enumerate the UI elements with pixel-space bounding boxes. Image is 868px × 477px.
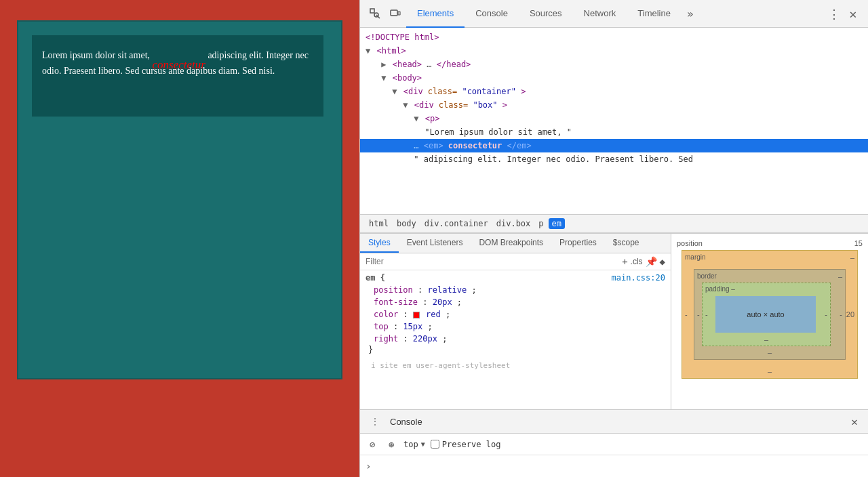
- tab-sources[interactable]: Sources: [519, 0, 573, 28]
- console-chevron-icon: ▼: [421, 440, 425, 448]
- breadcrumb-p[interactable]: p: [535, 218, 547, 229]
- color-swatch-red[interactable]: [413, 312, 420, 318]
- css-prop-right: right : 220px ;: [366, 333, 665, 345]
- devtools-close-button[interactable]: ✕: [844, 4, 863, 23]
- tab-properties[interactable]: Properties: [551, 234, 605, 253]
- box-model-diagram: margin – - 220 – border – - - –: [682, 250, 858, 379]
- tab-event-listeners[interactable]: Event Listeners: [399, 234, 471, 253]
- console-preserve-log-checkbox[interactable]: Preserve log: [431, 440, 501, 449]
- tab-scope[interactable]: $scope: [605, 234, 648, 253]
- devtools-menu-button[interactable]: ⋮: [825, 4, 844, 23]
- webpage-box: Lorem ipsum dolor sit amet, consectetur …: [32, 35, 323, 117]
- dom-line-html[interactable]: ▼ <html>: [360, 44, 868, 58]
- box-model-header: position 15: [677, 239, 863, 247]
- dom-line-text2[interactable]: " adipiscing elit. Integer nec odio. Pra…: [360, 152, 868, 166]
- console-filter-button[interactable]: ⊛: [384, 438, 398, 451]
- bm-padding-dash-right: -: [825, 310, 827, 318]
- tab-elements[interactable]: Elements: [406, 0, 465, 28]
- breadcrumb: html body div.container div.box p em: [360, 214, 868, 233]
- bm-padding-dash-bottom: –: [764, 335, 768, 344]
- more-tabs-button[interactable]: »: [682, 7, 699, 20]
- tab-network[interactable]: Network: [573, 0, 627, 28]
- dom-line-doctype[interactable]: <!DOCTYPE html>: [360, 30, 868, 44]
- bm-content-text: auto × auto: [747, 310, 784, 318]
- bm-border-label: border: [697, 272, 717, 280]
- console-top-selector[interactable]: top ▼: [403, 440, 425, 449]
- css-selector: em {: [366, 273, 385, 283]
- force-state-icon[interactable]: ◆: [660, 256, 665, 267]
- preserve-log-input[interactable]: [431, 440, 439, 449]
- bm-margin-dash-bottom: –: [768, 367, 772, 375]
- cls-button[interactable]: .cls: [631, 257, 643, 266]
- dom-line-head[interactable]: ▶ <head> … </head>: [360, 58, 868, 71]
- svg-rect-0: [370, 9, 374, 13]
- elements-panel: <!DOCTYPE html> ▼ <html> ▶ <head> … </he…: [360, 28, 868, 409]
- triangle-body[interactable]: ▼: [381, 73, 386, 83]
- inspect-element-button[interactable]: [366, 4, 384, 23]
- triangle-container[interactable]: ▼: [392, 87, 397, 96]
- console-cancel-button[interactable]: ⊘: [366, 438, 379, 451]
- dom-line-text1[interactable]: "Lorem ipsum dolor sit amet, ": [360, 125, 868, 139]
- console-tab[interactable]: Console: [390, 417, 422, 427]
- console-toolbar: ⋮ Console ✕: [360, 410, 868, 434]
- css-prop-font-size: font-size : 20px ;: [366, 296, 665, 308]
- triangle-html[interactable]: ▼: [366, 46, 370, 56]
- css-prop-top: top : 15px ;: [366, 320, 665, 333]
- bm-content-layer: auto × auto: [715, 296, 816, 333]
- tab-console[interactable]: Console: [465, 0, 519, 28]
- dom-line-body[interactable]: ▼ <body>: [360, 71, 868, 85]
- css-source-link[interactable]: main.css:20: [612, 273, 665, 283]
- css-rule-header: em { main.css:20: [366, 273, 665, 283]
- css-prop-color: color : red ;: [366, 308, 665, 320]
- devtools-tabs: Elements Console Sources Network Timelin…: [406, 0, 699, 28]
- style-left-panel: Styles Event Listeners DOM Breakpoints P…: [360, 234, 671, 409]
- bm-border-dash-bottom: –: [768, 348, 772, 356]
- css-prop-position: position : relative ;: [366, 284, 665, 296]
- devtools-panel: Elements Console Sources Network Timelin…: [359, 0, 868, 477]
- style-tabs: Styles Event Listeners DOM Breakpoints P…: [360, 234, 671, 253]
- webpage-text-before-em: Lorem ipsum dolor sit amet,: [42, 50, 150, 60]
- dom-line-box[interactable]: ▼ <div class= "box" >: [360, 98, 868, 112]
- webpage-em: consectetur: [153, 58, 205, 71]
- console-close-button[interactable]: ✕: [846, 413, 863, 430]
- breadcrumb-div-box[interactable]: div.box: [493, 218, 534, 229]
- console-panel: ⋮ Console ✕ ⊘ ⊛ top ▼ Preserve log ›: [360, 409, 868, 477]
- triangle-p[interactable]: ▼: [414, 114, 418, 123]
- css-close-brace: }: [366, 345, 665, 354]
- webpage-preview: Lorem ipsum dolor sit amet, consectetur …: [0, 0, 359, 477]
- breadcrumb-body[interactable]: body: [393, 218, 420, 229]
- tab-dom-breakpoints[interactable]: DOM Breakpoints: [471, 234, 551, 253]
- add-style-icon[interactable]: +: [622, 256, 627, 267]
- box-model-panel: position 15 margin – - 220 –: [671, 234, 868, 409]
- bm-padding-dash-left: -: [705, 310, 708, 318]
- style-filter-input[interactable]: [366, 257, 619, 266]
- tab-styles[interactable]: Styles: [360, 234, 399, 253]
- breadcrumb-em[interactable]: em: [549, 218, 565, 229]
- tab-timeline[interactable]: Timeline: [627, 0, 682, 28]
- bm-border-dash-top: –: [838, 272, 842, 281]
- breadcrumb-html[interactable]: html: [366, 218, 392, 229]
- dom-line-em-selected[interactable]: … <em> consectetur </em>: [360, 139, 868, 152]
- bm-border-dash-left: -: [697, 310, 700, 318]
- style-filter-bar: + .cls 📌 ◆: [360, 253, 671, 270]
- console-prompt-icon[interactable]: ›: [366, 461, 371, 472]
- console-body: ›: [360, 455, 868, 477]
- triangle-box[interactable]: ▼: [403, 100, 408, 110]
- bm-margin-label: margin: [685, 253, 706, 261]
- pin-style-icon[interactable]: 📌: [646, 256, 657, 267]
- bm-padding-label: padding –: [705, 285, 735, 293]
- style-content: em { main.css:20 position : relative ; f…: [360, 270, 671, 409]
- dom-line-container[interactable]: ▼ <div class= "container" >: [360, 85, 868, 98]
- dom-tree[interactable]: <!DOCTYPE html> ▼ <html> ▶ <head> … </he…: [360, 28, 868, 214]
- dom-line-p[interactable]: ▼ <p>: [360, 112, 868, 125]
- box-model-position-value: 15: [854, 239, 863, 247]
- webpage-paragraph: Lorem ipsum dolor sit amet, consectetur …: [42, 45, 313, 79]
- breadcrumb-div-container[interactable]: div.container: [421, 218, 492, 229]
- devtools-toolbar: Elements Console Sources Network Timelin…: [360, 0, 868, 28]
- triangle-head[interactable]: ▶: [381, 60, 386, 69]
- style-panel: Styles Event Listeners DOM Breakpoints P…: [360, 233, 868, 409]
- bm-margin-dash-left: -: [685, 310, 688, 318]
- device-mode-button[interactable]: [386, 4, 405, 23]
- preserve-log-label: Preserve log: [442, 440, 501, 449]
- webpage-container: Lorem ipsum dolor sit amet, consectetur …: [17, 20, 342, 379]
